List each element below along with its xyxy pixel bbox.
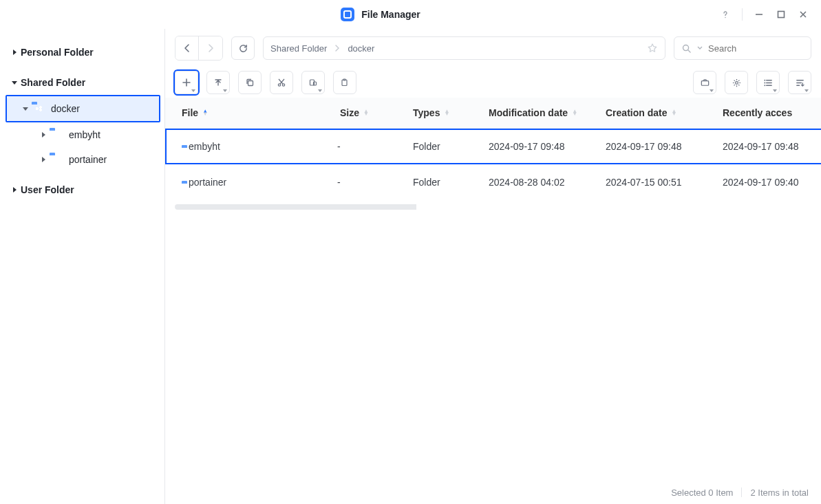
- search-input[interactable]: [708, 43, 821, 54]
- svg-point-2: [683, 45, 689, 50]
- caret-right-icon: [37, 156, 50, 163]
- chevron-right-icon: [334, 45, 341, 52]
- dropdown-caret-icon: [318, 89, 322, 92]
- view-list-button[interactable]: [756, 71, 780, 94]
- file-accessed: 2024-09-17 09:40: [716, 164, 819, 200]
- svg-point-5: [282, 84, 284, 86]
- column-header-creation[interactable]: Creation date ▲▼: [599, 98, 716, 129]
- app-icon: [341, 8, 354, 21]
- sidebar-item-portainer[interactable]: portainer: [6, 147, 159, 172]
- sort-icon: ▲▼: [444, 110, 449, 116]
- caret-down-icon: [8, 79, 21, 86]
- status-total: 2 Items in total: [750, 487, 809, 498]
- horizontal-scrollbar[interactable]: [175, 204, 811, 210]
- sort-icon: ▲▼: [572, 110, 577, 116]
- sort-icon: ▲▼: [671, 110, 676, 116]
- file-created: 2024-09-17 09:48: [599, 129, 716, 165]
- cut-button[interactable]: [270, 71, 293, 94]
- separator: [741, 487, 742, 497]
- column-header-types[interactable]: Types ▲▼: [406, 98, 482, 129]
- search-box[interactable]: [674, 36, 811, 60]
- file-size: -: [330, 129, 406, 165]
- sidebar: Personal Folder Shared Folder docker: [0, 29, 165, 504]
- svg-rect-3: [248, 81, 253, 86]
- svg-point-11: [735, 81, 738, 84]
- file-name: embyht: [189, 141, 220, 152]
- column-header-access[interactable]: Recently acces: [716, 98, 819, 129]
- nav-back-button[interactable]: [175, 36, 199, 60]
- statusbar: Selected 0 Item 2 Items in total: [165, 481, 821, 504]
- caret-right-icon: [8, 186, 21, 193]
- paste-into-button[interactable]: [301, 71, 325, 94]
- sidebar-item-user-folder[interactable]: User Folder: [6, 177, 159, 202]
- file-table: File ▲▼ Size ▲▼ Types ▲▼ Modification: [165, 98, 821, 481]
- sort-icon: ▲▼: [363, 110, 369, 116]
- svg-rect-1: [778, 11, 785, 17]
- upload-button[interactable]: [206, 71, 230, 94]
- sidebar-item-label: docker: [51, 103, 80, 114]
- sidebar-item-label: embyht: [69, 129, 100, 140]
- sidebar-item-personal-folder[interactable]: Personal Folder: [6, 40, 159, 65]
- file-type: Folder: [406, 164, 482, 200]
- titlebar-center: File Manager: [41, 8, 720, 21]
- caret-right-icon: [8, 49, 21, 56]
- breadcrumb-root[interactable]: Shared Folder: [270, 43, 327, 54]
- column-header-modification[interactable]: Modification date ▲▼: [482, 98, 599, 129]
- column-header-file[interactable]: File ▲▼: [165, 98, 330, 129]
- file-type: Folder: [406, 129, 482, 165]
- table-row[interactable]: portainer-Folder2024-08-28 04:022024-07-…: [165, 164, 821, 200]
- folder-icon: [50, 129, 63, 140]
- caret-right-icon: [37, 131, 50, 138]
- breadcrumb: Shared Folder docker: [263, 36, 665, 60]
- settings-button[interactable]: [725, 71, 748, 94]
- minimize-button[interactable]: [754, 9, 765, 20]
- sidebar-item-label: Personal Folder: [21, 47, 94, 58]
- file-size: -: [330, 164, 406, 200]
- highlight-annotation: docker: [6, 95, 160, 122]
- app-title: File Manager: [361, 9, 420, 20]
- copy-button[interactable]: [238, 71, 262, 94]
- folder-icon: [50, 154, 63, 165]
- sidebar-item-embyht[interactable]: embyht: [6, 122, 159, 147]
- titlebar-controls: [720, 8, 821, 21]
- favorite-star-button[interactable]: [647, 43, 658, 54]
- help-button[interactable]: [720, 9, 731, 20]
- dropdown-caret-icon: [773, 89, 777, 92]
- titlebar: File Manager: [0, 0, 821, 29]
- nav-back-forward: [175, 36, 223, 61]
- sidebar-item-docker[interactable]: docker: [7, 96, 159, 121]
- paste-button[interactable]: [333, 71, 356, 94]
- maximize-button[interactable]: [776, 9, 787, 20]
- svg-rect-10: [701, 80, 708, 85]
- sidebar-item-label: portainer: [69, 154, 107, 165]
- caret-down-icon: [19, 105, 32, 112]
- sidebar-item-shared-folder[interactable]: Shared Folder: [6, 70, 159, 95]
- close-button[interactable]: [798, 9, 809, 20]
- folder-share-icon: [32, 103, 45, 114]
- table-row[interactable]: embyht-Folder2024-09-17 09:482024-09-17 …: [165, 129, 821, 165]
- file-created: 2024-07-15 00:51: [599, 164, 716, 200]
- table-header-row: File ▲▼ Size ▲▼ Types ▲▼ Modification: [165, 98, 821, 129]
- breadcrumb-current[interactable]: docker: [348, 43, 374, 54]
- toolbox-button[interactable]: [693, 71, 716, 94]
- search-icon: [681, 43, 692, 54]
- dropdown-caret-icon: [191, 89, 195, 92]
- svg-point-13: [764, 82, 765, 83]
- status-selected: Selected 0 Item: [671, 487, 733, 498]
- column-header-size[interactable]: Size ▲▼: [330, 98, 406, 129]
- sidebar-item-label: Shared Folder: [21, 77, 85, 88]
- refresh-button[interactable]: [231, 36, 255, 60]
- dropdown-caret-icon: [710, 89, 714, 92]
- dropdown-caret-icon: [804, 89, 809, 92]
- dropdown-caret-icon: [697, 45, 703, 51]
- new-button[interactable]: [175, 71, 198, 94]
- nav-forward-button[interactable]: [199, 36, 222, 60]
- separator: [742, 8, 743, 21]
- toolbar: [165, 67, 821, 98]
- file-accessed: 2024-09-17 09:48: [716, 129, 819, 165]
- sort-button[interactable]: [788, 71, 811, 94]
- sidebar-item-label: User Folder: [21, 184, 74, 195]
- dropdown-caret-icon: [223, 89, 227, 92]
- file-modified: 2024-08-28 04:02: [482, 164, 599, 200]
- file-modified: 2024-09-17 09:48: [482, 129, 599, 165]
